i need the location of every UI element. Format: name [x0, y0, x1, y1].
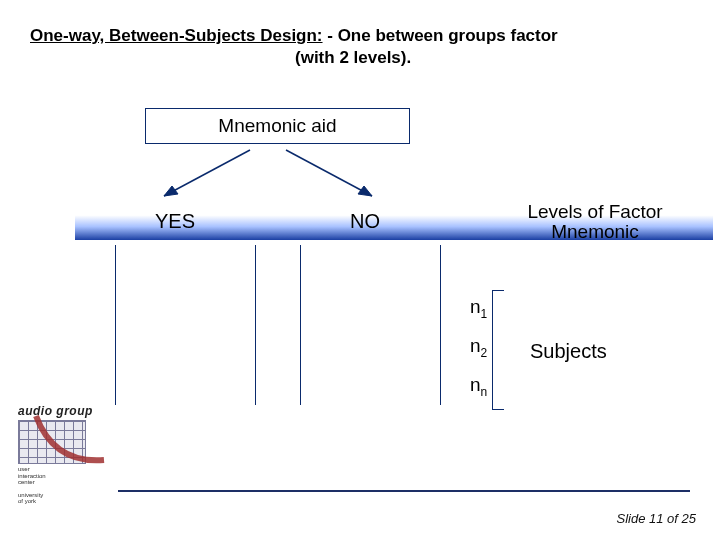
level-yes-label: YES [155, 210, 195, 233]
svg-line-2 [286, 150, 372, 196]
logo-grid-icon [18, 420, 86, 464]
slide: One-way, Between-Subjects Design: - One … [0, 0, 720, 540]
levels-caption-line2: Mnemonic [551, 222, 639, 242]
arrow-right-icon [280, 146, 390, 204]
n1: n1 [470, 296, 487, 321]
factor-label: Mnemonic aid [218, 115, 336, 137]
footer-divider [118, 490, 690, 492]
subjects-label: Subjects [530, 340, 607, 363]
levels-caption: Levels of Factor Mnemonic [495, 198, 695, 246]
column-divider [440, 245, 441, 405]
slide-title: One-way, Between-Subjects Design: - One … [30, 26, 690, 46]
level-yes: YES [115, 202, 235, 240]
subjects-n-list: n1 n2 nn [470, 296, 487, 412]
title-rest: - One between groups factor [323, 26, 558, 45]
logo: audio group user interaction center univ… [18, 404, 110, 504]
brace-icon [492, 290, 506, 410]
slide-number: Slide 11 of 25 [616, 511, 696, 526]
logo-footer: university of york [18, 492, 110, 504]
logo-sub: user interaction center [18, 466, 110, 486]
nn: nn [470, 374, 487, 399]
arrow-left-icon [150, 146, 260, 204]
column-divider [115, 245, 116, 405]
svg-marker-1 [164, 186, 178, 196]
factor-box: Mnemonic aid [145, 108, 410, 144]
svg-line-0 [164, 150, 250, 196]
svg-marker-3 [358, 186, 372, 196]
logo-title: audio group [18, 404, 110, 418]
level-no: NO [305, 202, 425, 240]
column-divider [255, 245, 256, 405]
title-subline: (with 2 levels). [295, 48, 411, 68]
column-divider [300, 245, 301, 405]
levels-caption-line1: Levels of Factor [527, 202, 662, 222]
title-underlined: One-way, Between-Subjects Design: [30, 26, 323, 45]
n2: n2 [470, 335, 487, 360]
level-no-label: NO [350, 210, 380, 233]
